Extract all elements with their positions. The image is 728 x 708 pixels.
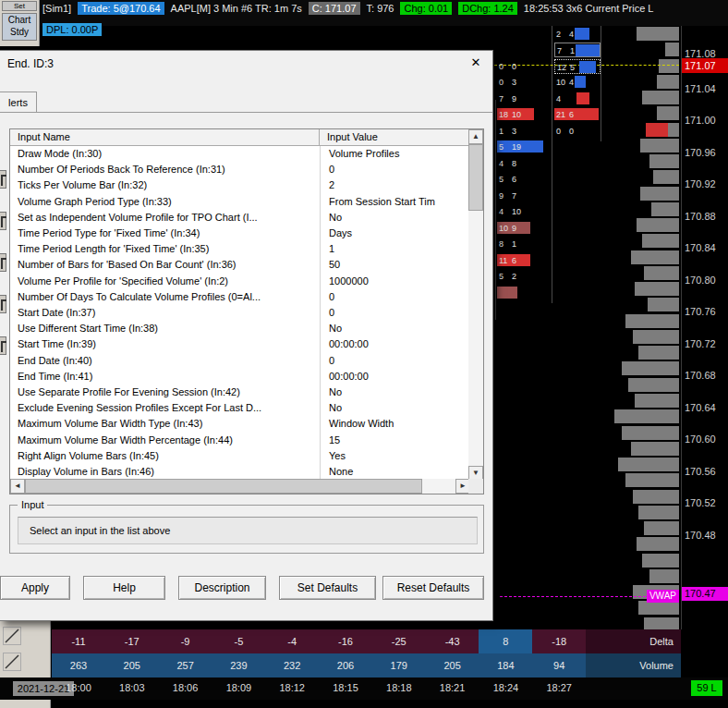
tab-alerts[interactable]: lerts [0, 92, 37, 113]
table-row[interactable]: Maximum Volume Bar Width Type (In:43)Win… [10, 416, 470, 432]
row-input-value: Days [320, 226, 352, 241]
set-defaults-button[interactable]: Set Defaults [279, 576, 376, 600]
clock-status-label: 18:25:53 3x6 Current Price L [524, 3, 654, 14]
volume-profile-bar [637, 218, 679, 232]
price-tick-label: 170.68 [685, 370, 716, 381]
table-row[interactable]: End Date (In:40)0 [10, 353, 470, 369]
table-row[interactable]: Use Different Start Time (In:38)No [10, 321, 470, 336]
ask-volume-number: 10 [512, 207, 521, 216]
volume-profile-bar [614, 409, 679, 423]
reset-defaults-button[interactable]: Reset Defaults [382, 576, 484, 600]
row-input-name: Time Period Type for 'Fixed Time' (In:34… [10, 226, 320, 241]
tool-button-fragment[interactable] [0, 295, 6, 313]
table-row[interactable]: Number of Bars for 'Based On Bar Count' … [10, 257, 470, 273]
trades-count-label: T: 976 [367, 3, 394, 14]
volume-row-label: Volume [586, 653, 681, 677]
bid-volume-number: 21 [556, 110, 565, 119]
line-tool-icon[interactable] [3, 627, 21, 645]
table-row[interactable]: End Time (In:41)00:00:00 [10, 369, 470, 385]
last-price-badge: C: 171.07 [309, 2, 360, 15]
horizontal-scrollbar[interactable]: ◄ ► [10, 479, 470, 494]
chart-study-button[interactable]: Chart Stdy [2, 13, 37, 41]
scroll-left-icon[interactable]: ◄ [10, 479, 25, 494]
time-label: 18:15 [319, 682, 372, 693]
bid-volume-number: 11 [499, 256, 507, 265]
table-row[interactable]: Volume Graph Period Type (In:33)From Ses… [10, 194, 470, 210]
chart-canvas[interactable]: 0003791810135194856974101098111652 24711… [492, 26, 728, 629]
price-scale[interactable]: 171.08 171.07 170.47 171.04171.00170.961… [681, 26, 728, 629]
tool-button-fragment[interactable] [0, 336, 6, 355]
bid-volume-number: 2 [556, 30, 561, 39]
table-row[interactable]: Display Volume in Bars (In:46)None [10, 464, 470, 480]
last-price-scale-badge: 171.07 [682, 58, 728, 73]
ladder-volume-bar [497, 287, 517, 299]
row-input-name: Volume Graph Period Type (In:33) [10, 194, 320, 210]
table-row[interactable]: Exclude Evening Session Profiles Except … [10, 400, 470, 416]
vertical-scrollbar-thumb[interactable] [468, 144, 483, 211]
profile-outline-line [552, 26, 552, 303]
scroll-up-icon[interactable]: ▲ [468, 129, 483, 144]
ask-volume-number: 1 [512, 239, 516, 249]
set-button[interactable]: Set [2, 1, 37, 11]
tool-button-fragment[interactable] [0, 253, 6, 272]
bar-countdown-badge: 59 L [691, 680, 722, 696]
tool-button-fragment[interactable] [0, 170, 6, 189]
ladder-row: 03 [497, 75, 543, 90]
bid-volume-number: 10 [556, 78, 565, 87]
table-row[interactable]: Time Period Length for 'Fixed Time' (In:… [10, 241, 470, 257]
table-row[interactable]: Number Of Days To Calculate Volume Profi… [10, 289, 470, 305]
volume-profile-red-segment [646, 123, 668, 137]
close-icon[interactable]: ✕ [467, 55, 485, 71]
volume-profile-bar [633, 330, 679, 344]
volume-cell: 94 [532, 653, 586, 677]
table-row[interactable]: Ticks Per Volume Bar (In:32)2 [10, 177, 470, 193]
symbol-timeframe-label: AAPL[M] 3 Min #6 TR: 1m 7s [171, 3, 302, 14]
row-input-value: Window Width [320, 416, 394, 432]
volume-profile-bar [622, 426, 679, 440]
delta-cell: 8 [479, 629, 532, 653]
table-row[interactable]: Number Of Periods Back To Reference (In:… [10, 162, 470, 177]
ask-volume-number: 1 [570, 46, 575, 55]
row-input-name: Exclude Evening Session Profiles Except … [10, 400, 320, 416]
table-row[interactable]: Start Date (In:37)0 [10, 305, 470, 321]
volume-cell: 257 [159, 653, 212, 677]
sim-account-label: [Sim1] [42, 3, 71, 14]
description-button[interactable]: Description [178, 576, 266, 600]
bid-volume-number: 7 [557, 46, 562, 55]
ask-volume-number: 10 [512, 110, 521, 119]
table-row[interactable]: Use Separate Profile For Evening Session… [10, 385, 470, 400]
table-row[interactable]: Maximum Volume Bar Width Percentage (In:… [10, 433, 470, 448]
ladder-row: 52 [497, 269, 543, 284]
tool-button-fragment[interactable] [0, 212, 6, 230]
row-input-value: No [320, 210, 342, 226]
row-input-value: 1 [320, 241, 334, 257]
input-hint-panel: Select an input in the list above [18, 517, 478, 544]
volume-cell: 206 [319, 653, 372, 677]
horizontal-scrollbar-thumb[interactable] [25, 479, 422, 494]
table-row[interactable]: Volume Per Profile for 'Specified Volume… [10, 274, 470, 289]
table-row[interactable]: Set as Independent Volume Profile for TP… [10, 210, 470, 226]
row-input-value: 50 [320, 257, 340, 273]
ladder-volume-bar [575, 28, 589, 40]
volume-profile-bar [628, 378, 679, 392]
vertical-scrollbar[interactable]: ▲ ▼ [468, 129, 483, 481]
price-tick-label: 170.96 [685, 147, 716, 158]
apply-button[interactable]: Apply [0, 576, 70, 600]
row-input-name: Maximum Volume Bar Width Type (In:43) [10, 416, 320, 432]
table-row[interactable]: Time Period Type for 'Fixed Time' (In:34… [10, 226, 470, 241]
table-row[interactable]: Right Align Volume Bars (In:45)Yes [10, 448, 470, 464]
help-button[interactable]: Help [83, 576, 165, 600]
price-tick-label: 170.60 [685, 433, 716, 445]
table-row[interactable]: Draw Mode (In:30)Volume Profiles [10, 146, 470, 162]
volume-cell: 205 [105, 653, 159, 677]
table-row[interactable]: Start Time (In:39)00:00:00 [10, 336, 470, 352]
ladder-row: 48 [497, 156, 543, 171]
volume-cell: 184 [479, 653, 532, 677]
ray-tool-icon[interactable] [3, 653, 21, 671]
row-input-name: Time Period Length for 'Fixed Time' (In:… [10, 241, 320, 257]
row-input-name: Use Separate Profile For Evening Session… [10, 385, 320, 400]
delta-row: Delta -11-17-9-5-4-16-25-438-18 [52, 629, 681, 653]
price-tick-label: 170.84 [685, 242, 716, 253]
volume-profile-bar [648, 298, 679, 311]
input-groupbox-label: Input [18, 499, 47, 510]
